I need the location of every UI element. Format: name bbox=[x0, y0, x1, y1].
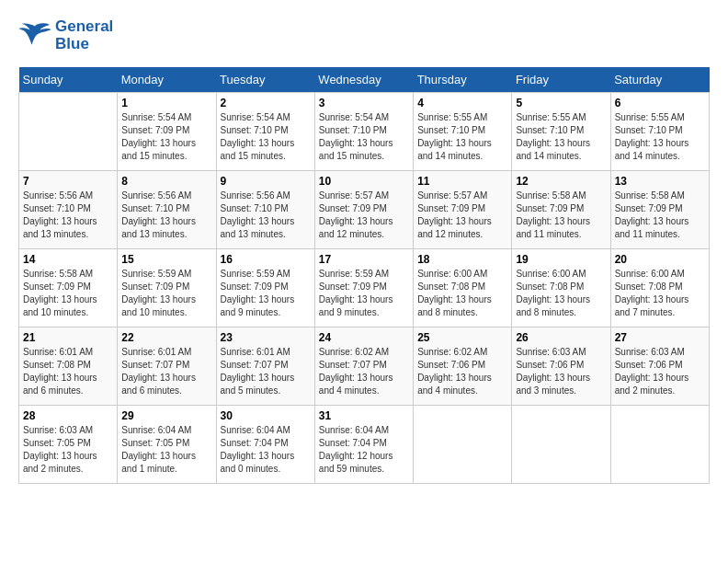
day-info: Sunrise: 5:54 AMSunset: 7:10 PMDaylight:… bbox=[319, 111, 409, 163]
calendar-cell: 24 Sunrise: 6:02 AMSunset: 7:07 PMDaylig… bbox=[314, 327, 413, 406]
weekday-header-wednesday: Wednesday bbox=[314, 67, 413, 93]
calendar-cell: 22 Sunrise: 6:01 AMSunset: 7:07 PMDaylig… bbox=[118, 327, 216, 406]
day-number: 15 bbox=[121, 253, 211, 266]
day-info: Sunrise: 6:02 AMSunset: 7:07 PMDaylight:… bbox=[319, 346, 409, 397]
day-number: 31 bbox=[319, 409, 409, 422]
calendar-cell: 20 Sunrise: 6:00 AMSunset: 7:08 PMDaylig… bbox=[610, 249, 709, 327]
day-info: Sunrise: 5:58 AMSunset: 7:09 PMDaylight:… bbox=[23, 268, 113, 319]
day-number: 20 bbox=[615, 253, 705, 266]
weekday-header-tuesday: Tuesday bbox=[216, 67, 314, 93]
day-info: Sunrise: 5:56 AMSunset: 7:10 PMDaylight:… bbox=[221, 190, 311, 241]
calendar-cell: 4 Sunrise: 5:55 AMSunset: 7:10 PMDayligh… bbox=[414, 93, 512, 171]
calendar-cell bbox=[512, 406, 610, 484]
day-info: Sunrise: 6:04 AMSunset: 7:04 PMDaylight:… bbox=[221, 424, 311, 476]
calendar-cell: 21 Sunrise: 6:01 AMSunset: 7:08 PMDaylig… bbox=[19, 327, 118, 406]
day-number: 17 bbox=[319, 253, 409, 266]
day-number: 11 bbox=[417, 175, 507, 188]
weekday-header-thursday: Thursday bbox=[414, 67, 512, 93]
calendar-cell: 12 Sunrise: 5:58 AMSunset: 7:09 PMDaylig… bbox=[512, 171, 610, 249]
calendar-cell: 27 Sunrise: 6:03 AMSunset: 7:06 PMDaylig… bbox=[610, 327, 709, 406]
day-number: 16 bbox=[221, 253, 311, 266]
calendar-cell: 14 Sunrise: 5:58 AMSunset: 7:09 PMDaylig… bbox=[19, 249, 118, 327]
day-number: 18 bbox=[417, 253, 507, 266]
logo-icon bbox=[18, 22, 51, 50]
day-number: 21 bbox=[23, 331, 113, 344]
day-info: Sunrise: 5:56 AMSunset: 7:10 PMDaylight:… bbox=[23, 190, 113, 241]
day-number: 29 bbox=[121, 409, 211, 422]
day-number: 9 bbox=[221, 175, 311, 188]
calendar-cell: 19 Sunrise: 6:00 AMSunset: 7:08 PMDaylig… bbox=[512, 249, 610, 327]
day-number: 5 bbox=[516, 97, 606, 109]
calendar-cell: 31 Sunrise: 6:04 AMSunset: 7:04 PMDaylig… bbox=[314, 406, 413, 484]
calendar-cell: 29 Sunrise: 6:04 AMSunset: 7:05 PMDaylig… bbox=[118, 406, 216, 484]
calendar-cell: 5 Sunrise: 5:55 AMSunset: 7:10 PMDayligh… bbox=[512, 93, 610, 171]
day-info: Sunrise: 5:55 AMSunset: 7:10 PMDaylight:… bbox=[516, 111, 606, 163]
weekday-header-sunday: Sunday bbox=[19, 67, 118, 93]
calendar-cell bbox=[19, 93, 118, 171]
day-info: Sunrise: 6:00 AMSunset: 7:08 PMDaylight:… bbox=[417, 268, 507, 319]
day-info: Sunrise: 5:58 AMSunset: 7:09 PMDaylight:… bbox=[615, 190, 705, 241]
calendar-cell bbox=[414, 406, 512, 484]
week-row-2: 7 Sunrise: 5:56 AMSunset: 7:10 PMDayligh… bbox=[19, 171, 710, 249]
day-number: 2 bbox=[221, 97, 311, 109]
day-info: Sunrise: 5:58 AMSunset: 7:09 PMDaylight:… bbox=[516, 190, 606, 241]
calendar-cell: 23 Sunrise: 6:01 AMSunset: 7:07 PMDaylig… bbox=[216, 327, 314, 406]
day-number: 19 bbox=[516, 253, 606, 266]
calendar-cell: 9 Sunrise: 5:56 AMSunset: 7:10 PMDayligh… bbox=[216, 171, 314, 249]
calendar-cell: 10 Sunrise: 5:57 AMSunset: 7:09 PMDaylig… bbox=[314, 171, 413, 249]
calendar-cell: 16 Sunrise: 5:59 AMSunset: 7:09 PMDaylig… bbox=[216, 249, 314, 327]
day-info: Sunrise: 5:59 AMSunset: 7:09 PMDaylight:… bbox=[121, 268, 211, 319]
day-number: 24 bbox=[319, 331, 409, 344]
day-info: Sunrise: 6:01 AMSunset: 7:07 PMDaylight:… bbox=[121, 346, 211, 397]
calendar-cell: 1 Sunrise: 5:54 AMSunset: 7:09 PMDayligh… bbox=[118, 93, 216, 171]
day-number: 8 bbox=[121, 175, 211, 188]
day-info: Sunrise: 6:04 AMSunset: 7:04 PMDaylight:… bbox=[319, 424, 409, 476]
weekday-header-friday: Friday bbox=[512, 67, 610, 93]
calendar-cell: 13 Sunrise: 5:58 AMSunset: 7:09 PMDaylig… bbox=[610, 171, 709, 249]
day-number: 22 bbox=[121, 331, 211, 344]
day-info: Sunrise: 6:00 AMSunset: 7:08 PMDaylight:… bbox=[615, 268, 705, 319]
calendar-cell: 18 Sunrise: 6:00 AMSunset: 7:08 PMDaylig… bbox=[414, 249, 512, 327]
calendar-cell: 8 Sunrise: 5:56 AMSunset: 7:10 PMDayligh… bbox=[118, 171, 216, 249]
calendar-cell: 7 Sunrise: 5:56 AMSunset: 7:10 PMDayligh… bbox=[19, 171, 118, 249]
day-info: Sunrise: 5:57 AMSunset: 7:09 PMDaylight:… bbox=[417, 190, 507, 241]
day-number: 14 bbox=[23, 253, 113, 266]
day-info: Sunrise: 6:02 AMSunset: 7:06 PMDaylight:… bbox=[417, 346, 507, 397]
calendar-cell: 30 Sunrise: 6:04 AMSunset: 7:04 PMDaylig… bbox=[216, 406, 314, 484]
calendar-cell: 6 Sunrise: 5:55 AMSunset: 7:10 PMDayligh… bbox=[610, 93, 709, 171]
day-number: 7 bbox=[23, 175, 113, 188]
calendar-cell: 3 Sunrise: 5:54 AMSunset: 7:10 PMDayligh… bbox=[314, 93, 413, 171]
calendar-table: SundayMondayTuesdayWednesdayThursdayFrid… bbox=[18, 67, 710, 484]
day-info: Sunrise: 6:03 AMSunset: 7:06 PMDaylight:… bbox=[516, 346, 606, 397]
calendar-cell: 2 Sunrise: 5:54 AMSunset: 7:10 PMDayligh… bbox=[216, 93, 314, 171]
day-info: Sunrise: 5:55 AMSunset: 7:10 PMDaylight:… bbox=[417, 111, 507, 163]
calendar-cell: 28 Sunrise: 6:03 AMSunset: 7:05 PMDaylig… bbox=[19, 406, 118, 484]
page-header: General Blue bbox=[18, 18, 710, 52]
day-number: 26 bbox=[516, 331, 606, 344]
day-number: 23 bbox=[221, 331, 311, 344]
day-number: 10 bbox=[319, 175, 409, 188]
day-info: Sunrise: 5:56 AMSunset: 7:10 PMDaylight:… bbox=[121, 190, 211, 241]
day-number: 4 bbox=[417, 97, 507, 109]
day-info: Sunrise: 6:01 AMSunset: 7:08 PMDaylight:… bbox=[23, 346, 113, 397]
day-info: Sunrise: 5:59 AMSunset: 7:09 PMDaylight:… bbox=[319, 268, 409, 319]
day-number: 28 bbox=[23, 409, 113, 422]
day-info: Sunrise: 6:03 AMSunset: 7:06 PMDaylight:… bbox=[615, 346, 705, 397]
calendar-cell bbox=[610, 406, 709, 484]
calendar-cell: 17 Sunrise: 5:59 AMSunset: 7:09 PMDaylig… bbox=[314, 249, 413, 327]
calendar-cell: 15 Sunrise: 5:59 AMSunset: 7:09 PMDaylig… bbox=[118, 249, 216, 327]
day-number: 30 bbox=[221, 409, 311, 422]
weekday-header-saturday: Saturday bbox=[610, 67, 709, 93]
day-info: Sunrise: 6:00 AMSunset: 7:08 PMDaylight:… bbox=[516, 268, 606, 319]
week-row-5: 28 Sunrise: 6:03 AMSunset: 7:05 PMDaylig… bbox=[19, 406, 710, 484]
calendar-cell: 25 Sunrise: 6:02 AMSunset: 7:06 PMDaylig… bbox=[414, 327, 512, 406]
day-info: Sunrise: 5:54 AMSunset: 7:10 PMDaylight:… bbox=[221, 111, 311, 163]
day-number: 1 bbox=[121, 97, 211, 109]
day-number: 6 bbox=[615, 97, 705, 109]
week-row-4: 21 Sunrise: 6:01 AMSunset: 7:08 PMDaylig… bbox=[19, 327, 710, 406]
day-number: 3 bbox=[319, 97, 409, 109]
day-info: Sunrise: 5:57 AMSunset: 7:09 PMDaylight:… bbox=[319, 190, 409, 241]
day-info: Sunrise: 6:01 AMSunset: 7:07 PMDaylight:… bbox=[221, 346, 311, 397]
weekday-header-monday: Monday bbox=[118, 67, 216, 93]
calendar-cell: 26 Sunrise: 6:03 AMSunset: 7:06 PMDaylig… bbox=[512, 327, 610, 406]
